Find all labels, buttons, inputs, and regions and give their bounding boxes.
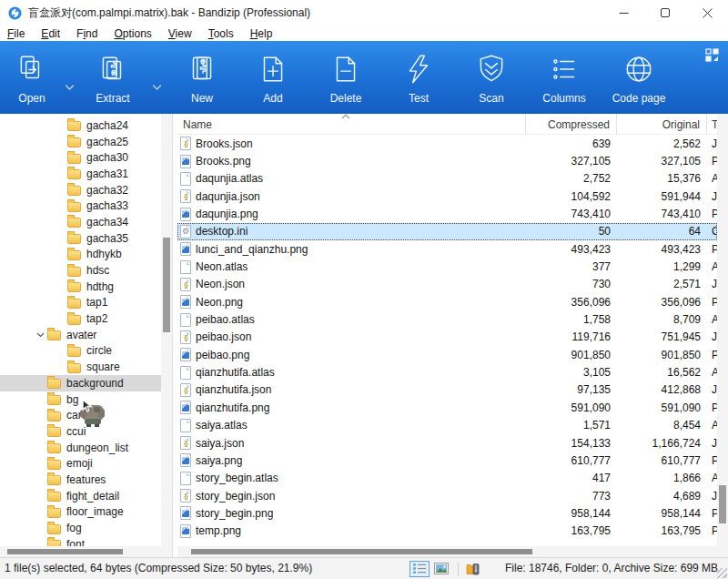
- maximize-button[interactable]: [644, 0, 686, 25]
- sidebar-item-gacha24[interactable]: gacha24: [0, 117, 161, 134]
- delete-button[interactable]: Delete: [309, 41, 382, 114]
- sidebar-item-avater[interactable]: avater: [0, 327, 161, 343]
- png-file-icon: [180, 155, 191, 168]
- minimize-button[interactable]: [602, 0, 644, 25]
- expand-chevron-icon[interactable]: [33, 332, 47, 338]
- sidebar-item-hdhykb[interactable]: hdhykb: [0, 247, 161, 263]
- file-row-peibao.png[interactable]: peibao.png901,850901,850P: [177, 346, 717, 363]
- file-row-temp.png[interactable]: temp.png163,795163,795P: [177, 523, 717, 540]
- open-button[interactable]: Open: [5, 41, 58, 114]
- preview-icon[interactable]: [431, 561, 451, 577]
- file-name: peibao.atlas: [196, 313, 255, 326]
- original-size-cell: 493,423: [617, 243, 707, 256]
- file-row-saiya.png[interactable]: saiya.png610,777610,777P: [177, 452, 717, 469]
- file-row-story_begin.atlas[interactable]: story_begin.atlas4171,866A: [177, 470, 717, 487]
- file-row-Neon.png[interactable]: Neon.png356,096356,096P: [177, 293, 717, 310]
- dropdown-chevron-icon[interactable]: [58, 41, 80, 114]
- sidebar-item-dungeon_list[interactable]: dungeon_list: [0, 440, 161, 456]
- folder-icon: [67, 154, 81, 164]
- file-row-lunci_and_qianzhu.png[interactable]: lunci_and_qianzhu.png493,423493,423P: [177, 240, 717, 258]
- column-header-type[interactable]: T: [707, 114, 717, 134]
- png-file-icon: [180, 506, 191, 520]
- sidebar-item-gacha25[interactable]: gacha25: [0, 134, 161, 150]
- sidebar-item-background[interactable]: background: [0, 375, 161, 391]
- extract-button[interactable]: Extract: [80, 41, 146, 114]
- file-rows: Brooks.json6392,562JBrooks.png327,105327…: [177, 135, 717, 546]
- sidebar-item-tap2[interactable]: tap2: [0, 310, 161, 327]
- file-type-cell: J: [707, 437, 717, 450]
- file-row-saiya.atlas[interactable]: saiya.atlas1,5718,454A: [177, 417, 717, 434]
- menu-find[interactable]: Find: [76, 27, 97, 40]
- details-view-icon[interactable]: [410, 561, 430, 577]
- toolbar-label: Scan: [479, 92, 503, 105]
- file-row-daqunjia.json[interactable]: daqunjia.json104,592591,944J: [177, 188, 717, 205]
- file-row-Neon.atlas[interactable]: Neon.atlas3771,299A: [177, 258, 717, 275]
- columns-button[interactable]: Columns: [528, 41, 601, 114]
- column-header-original[interactable]: Original: [617, 114, 707, 134]
- menu-view[interactable]: View: [168, 27, 192, 40]
- tree-vertical-scrollbar[interactable]: [161, 114, 172, 546]
- sidebar-item-square[interactable]: square: [0, 359, 161, 375]
- tree-horizontal-scrollbar[interactable]: [0, 546, 161, 557]
- file-row-story_begin.json[interactable]: story_begin.json7734,689J: [177, 487, 717, 504]
- customize-toolbar-icon[interactable]: [705, 48, 719, 66]
- menu-help[interactable]: Help: [250, 27, 273, 40]
- file-row-daqunjia.atlas[interactable]: daqunjia.atlas2,75215,376A: [177, 170, 717, 188]
- file-name: saiya.json: [196, 437, 244, 450]
- sidebar-item-card[interactable]: card: [0, 407, 161, 423]
- sidebar-item-gacha35[interactable]: gacha35: [0, 230, 161, 247]
- file-row-peibao.json[interactable]: peibao.json119,716751,945J: [177, 329, 717, 346]
- file-row-qianzhutifa.atlas[interactable]: qianzhutifa.atlas3,10516,562A: [177, 363, 717, 381]
- close-button[interactable]: [686, 0, 728, 25]
- sidebar-item-gacha34[interactable]: gacha34: [0, 214, 161, 230]
- sidebar-item-tap1[interactable]: tap1: [0, 295, 161, 311]
- file-row-qianzhutifa.png[interactable]: qianzhutifa.png591,090591,090P: [177, 399, 717, 416]
- menu-file[interactable]: File: [7, 27, 25, 40]
- sidebar-item-gacha33[interactable]: gacha33: [0, 198, 161, 214]
- column-header-name[interactable]: Name: [177, 114, 526, 134]
- sidebar-item-hdsc[interactable]: hdsc: [0, 262, 161, 279]
- code-page-button[interactable]: Code page: [601, 41, 677, 114]
- file-row-qianzhutifa.json[interactable]: qianzhutifa.json97,135412,868J: [177, 381, 717, 399]
- sidebar-item-fog[interactable]: fog: [0, 520, 161, 536]
- file-row-Neon.json[interactable]: Neon.json7302,571J: [177, 276, 717, 293]
- menu-tools[interactable]: Tools: [208, 27, 234, 40]
- file-row-saiya.json[interactable]: saiya.json154,1331,166,724J: [177, 434, 717, 452]
- sidebar-item-emoji[interactable]: emoji: [0, 455, 161, 472]
- file-row-peibao.atlas[interactable]: peibao.atlas1,7588,709A: [177, 310, 717, 328]
- sidebar-item-circle[interactable]: circle: [0, 343, 161, 360]
- tree-scroll-corner: [161, 546, 172, 557]
- sidebar-item-bg[interactable]: bg: [0, 391, 161, 408]
- resize-grip[interactable]: [717, 568, 727, 578]
- file-row-Brooks.json[interactable]: Brooks.json6392,562J: [177, 135, 717, 152]
- sidebar-item-gacha32[interactable]: gacha32: [0, 182, 161, 198]
- add-button[interactable]: Add: [237, 41, 309, 114]
- sidebar-item-hdthg[interactable]: hdthg: [0, 279, 161, 295]
- file-row-story_begin.png[interactable]: story_begin.png958,144958,144P: [177, 504, 717, 522]
- file-row-Brooks.png[interactable]: Brooks.png327,105327,105P: [177, 152, 717, 169]
- menu-edit[interactable]: Edit: [41, 27, 60, 40]
- scan-button[interactable]: Scan: [455, 41, 528, 114]
- archive-folder-icon[interactable]: [463, 561, 483, 577]
- sidebar-item-floor_image[interactable]: floor_image: [0, 504, 161, 521]
- list-horizontal-scrollbar[interactable]: [177, 546, 717, 557]
- dropdown-chevron-icon[interactable]: [146, 41, 167, 114]
- sidebar-item-ccui[interactable]: ccui: [0, 423, 161, 440]
- new-button[interactable]: New: [167, 41, 237, 114]
- folder-icon: [67, 363, 81, 373]
- sidebar-item-label: emoji: [66, 457, 93, 470]
- sidebar-item-gacha31[interactable]: gacha31: [0, 166, 161, 182]
- sidebar-item-font[interactable]: font: [0, 536, 161, 546]
- sidebar-item-gacha30[interactable]: gacha30: [0, 149, 161, 166]
- list-vertical-scrollbar[interactable]: [717, 114, 728, 546]
- original-size-cell: 610,777: [617, 454, 707, 467]
- file-row-daqunjia.png[interactable]: daqunjia.png743,410743,410P: [177, 205, 717, 222]
- menu-options[interactable]: Options: [114, 27, 151, 40]
- file-row-desktop.ini[interactable]: desktop.ini5064C: [177, 223, 717, 240]
- sidebar-item-features[interactable]: features: [0, 472, 161, 488]
- file-name: peibao.json: [196, 330, 251, 343]
- test-button[interactable]: Test: [382, 41, 455, 114]
- file-name: qianzhutifa.atlas: [196, 366, 275, 379]
- column-header-compressed[interactable]: Compressed: [526, 114, 617, 134]
- sidebar-item-fight_detail[interactable]: fight_detail: [0, 488, 161, 504]
